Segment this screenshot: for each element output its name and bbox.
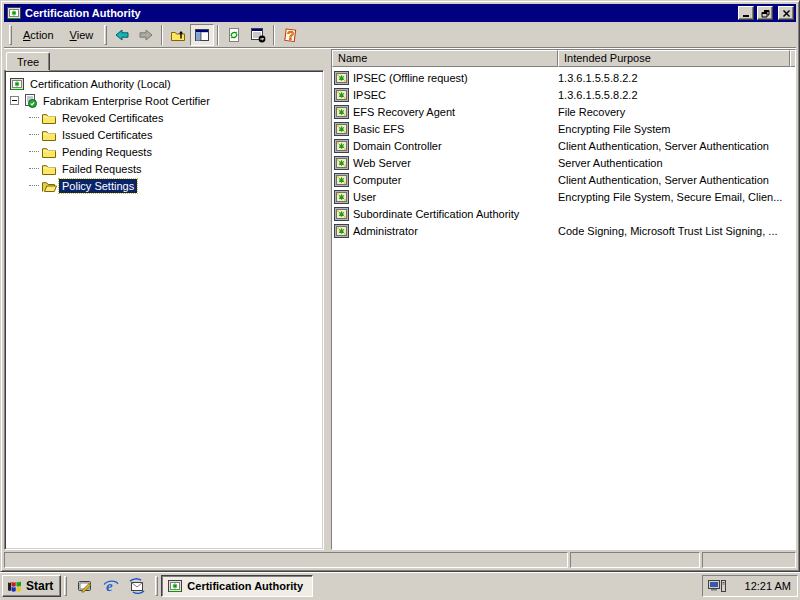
list-item-label: Basic EFS xyxy=(353,123,404,135)
restore-button[interactable] xyxy=(757,6,773,20)
list-row-web-server[interactable]: Web ServerServer Authentication xyxy=(332,154,795,171)
list-item-label: IPSEC (Offline request) xyxy=(353,72,468,84)
menu-action[interactable]: Action xyxy=(15,26,62,44)
toolbar-separator xyxy=(217,25,219,45)
quick-launch: e xyxy=(70,575,152,597)
list-header: Name Intended Purpose xyxy=(332,50,795,67)
certification-authority-icon xyxy=(167,578,183,594)
tree-item-policy-settings[interactable]: Policy Settings xyxy=(7,177,321,194)
folder-open-icon xyxy=(41,178,57,194)
up-one-level-button[interactable] xyxy=(166,24,190,46)
tree-item-label: Fabrikam Enterprise Root Certifier xyxy=(40,94,213,108)
refresh-button[interactable] xyxy=(222,24,246,46)
list-row-administrator[interactable]: AdministratorCode Signing, Microsoft Tru… xyxy=(332,222,795,239)
taskbar-grip[interactable] xyxy=(155,576,158,596)
tree-item-fabrikam-enterprise-root-certifier[interactable]: Fabrikam Enterprise Root Certifier xyxy=(7,92,321,109)
column-header-intended-purpose[interactable]: Intended Purpose xyxy=(558,50,790,67)
help-icon: ? xyxy=(282,27,298,43)
tree-item-label: Certification Authority (Local) xyxy=(27,77,174,91)
list-row-basic-efs[interactable]: Basic EFSEncrypting File System xyxy=(332,120,795,137)
pane-splitter[interactable] xyxy=(324,49,331,550)
list-cell-intended-purpose: Encrypting File System xyxy=(558,123,795,135)
list-cell-name: Computer xyxy=(332,172,558,188)
list-item-label: Subordinate Certification Authority xyxy=(353,208,519,220)
tree-item-failed-requests[interactable]: Failed Requests xyxy=(7,160,321,177)
toolbar-separator xyxy=(273,25,275,45)
list-row-user[interactable]: UserEncrypting File System, Secure Email… xyxy=(332,188,795,205)
cert-icon xyxy=(22,93,38,109)
refresh-icon xyxy=(226,27,242,43)
menu-view[interactable]: View xyxy=(62,26,102,44)
tree-connector-line xyxy=(29,134,39,135)
list-row-subordinate-certification-authority[interactable]: Subordinate Certification Authority xyxy=(332,205,795,222)
tree-item-issued-certificates[interactable]: Issued Certificates xyxy=(7,126,321,143)
tree-item-label: Pending Requests xyxy=(59,145,155,159)
folder-icon xyxy=(41,110,57,126)
folder-icon xyxy=(41,144,57,160)
status-bar xyxy=(4,552,796,568)
column-header-name[interactable]: Name xyxy=(332,50,558,67)
task-button-certification-authority[interactable]: Certification Authority xyxy=(161,575,313,597)
computer-icon[interactable] xyxy=(707,578,727,594)
list-item-label: User xyxy=(353,191,376,203)
toolbar-grip[interactable] xyxy=(104,25,107,45)
tab-tree[interactable]: Tree xyxy=(6,52,50,71)
status-segment xyxy=(702,552,796,568)
svg-text:?: ? xyxy=(287,28,294,42)
tree-item-pending-requests[interactable]: Pending Requests xyxy=(7,143,321,160)
outlook-express-button[interactable] xyxy=(126,575,148,597)
list-body: IPSEC (Offline request)1.3.6.1.5.5.8.2.2… xyxy=(332,67,795,549)
list-cell-intended-purpose: Code Signing, Microsoft Trust List Signi… xyxy=(558,225,795,237)
windows-flag-icon xyxy=(7,579,23,593)
close-button[interactable] xyxy=(778,6,794,20)
taskbar-grip[interactable] xyxy=(64,576,67,596)
list-row-ipsec[interactable]: IPSEC1.3.6.1.5.5.8.2.2 xyxy=(332,86,795,103)
tree-item-revoked-certificates[interactable]: Revoked Certificates xyxy=(7,109,321,126)
title-bar: Certification Authority xyxy=(4,4,796,22)
list-cell-name: EFS Recovery Agent xyxy=(332,104,558,120)
forward-button[interactable] xyxy=(134,24,158,46)
console-tree: Certification Authority (Local)Fabrikam … xyxy=(4,70,324,550)
tree-item-label: Failed Requests xyxy=(59,162,145,176)
show-desktop-button[interactable] xyxy=(74,575,96,597)
show-hide-console-tree-icon xyxy=(194,27,210,43)
minimize-button[interactable] xyxy=(738,6,754,20)
task-button-label: Certification Authority xyxy=(187,580,303,592)
status-segment xyxy=(4,552,568,568)
list-item-label: Administrator xyxy=(353,225,418,237)
outlook-express-icon xyxy=(128,577,146,595)
tree-expander-minus-icon[interactable] xyxy=(10,96,19,105)
tree-item-label: Issued Certificates xyxy=(59,128,155,142)
show-hide-console-tree-button[interactable] xyxy=(190,24,214,46)
show-desktop-icon xyxy=(76,577,94,595)
taskbar: Start e Certification Authority 12:21 AM xyxy=(0,572,800,600)
toolbar-grip[interactable] xyxy=(9,25,12,45)
forward-icon xyxy=(138,27,154,43)
list-row-domain-controller[interactable]: Domain ControllerClient Authentication, … xyxy=(332,137,795,154)
tree-connector-line xyxy=(29,168,39,169)
app-icon xyxy=(6,5,22,21)
export-list-button[interactable] xyxy=(246,24,270,46)
internet-explorer-button[interactable]: e xyxy=(100,575,122,597)
list-cell-intended-purpose: 1.3.6.1.5.5.8.2.2 xyxy=(558,72,795,84)
list-item-label: IPSEC xyxy=(353,89,386,101)
certificate-template-icon xyxy=(334,87,350,103)
help-button[interactable]: ? xyxy=(278,24,302,46)
certification-authority-window: Certification Authority Action View xyxy=(0,0,800,572)
tree-item-certification-authority-local[interactable]: Certification Authority (Local) xyxy=(7,75,321,92)
list-row-computer[interactable]: ComputerClient Authentication, Server Au… xyxy=(332,171,795,188)
back-button[interactable] xyxy=(110,24,134,46)
list-cell-name: Basic EFS xyxy=(332,121,558,137)
list-row-efs-recovery-agent[interactable]: EFS Recovery AgentFile Recovery xyxy=(332,103,795,120)
folder-icon xyxy=(41,127,57,143)
start-button[interactable]: Start xyxy=(2,575,61,597)
list-cell-intended-purpose: File Recovery xyxy=(558,106,795,118)
list-row-ipsec-offline-request[interactable]: IPSEC (Offline request)1.3.6.1.5.5.8.2.2 xyxy=(332,69,795,86)
list-cell-intended-purpose: Client Authentication, Server Authentica… xyxy=(558,140,795,152)
result-pane: Name Intended Purpose IPSEC (Offline req… xyxy=(331,49,796,550)
export-list-icon xyxy=(250,27,266,43)
desktop-screen: Certification Authority Action View xyxy=(0,0,800,600)
svg-text:e: e xyxy=(106,578,113,594)
list-cell-name: Subordinate Certification Authority xyxy=(332,206,558,222)
list-cell-intended-purpose: Client Authentication, Server Authentica… xyxy=(558,174,795,186)
